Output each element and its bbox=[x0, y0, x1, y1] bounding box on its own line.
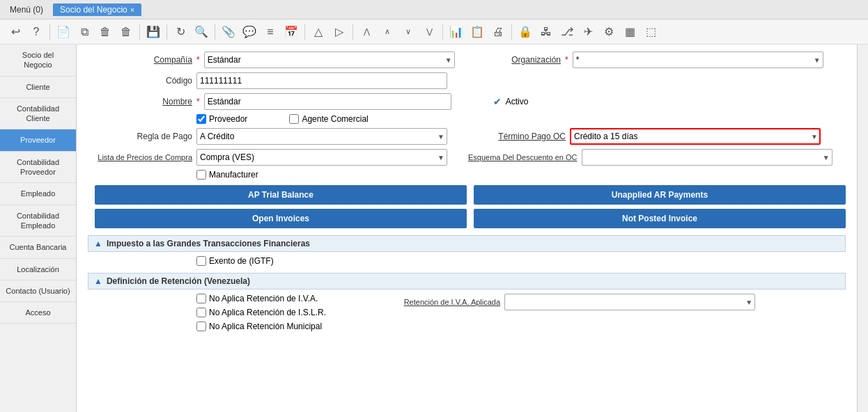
search-button[interactable]: 🔍 bbox=[192, 22, 211, 42]
igtf-collapse-icon: ▲ bbox=[94, 239, 102, 248]
attach-button[interactable]: 📎 bbox=[219, 22, 238, 42]
retencion-section-header[interactable]: ▲ Definición de Retención (Venezuela) bbox=[88, 273, 846, 290]
barcode-button[interactable]: ▦ bbox=[620, 22, 640, 42]
esquema-descuento-label: Esquema Del Descuento en OC bbox=[468, 153, 578, 161]
next-button[interactable]: ▷ bbox=[330, 22, 349, 42]
tab-socio-negocio[interactable]: Socio del Negocio × bbox=[53, 3, 141, 16]
nombre-input[interactable] bbox=[204, 93, 451, 110]
retencion-iva-aplicada-select-wrapper: ▼ bbox=[504, 294, 755, 310]
tab-label: Socio del Negocio bbox=[60, 5, 127, 15]
lock-button[interactable]: 🔒 bbox=[516, 22, 535, 42]
codigo-input[interactable]: 111111111 bbox=[196, 72, 447, 89]
nombre-label: Nombre bbox=[88, 97, 192, 106]
company-select[interactable]: Estándar bbox=[204, 52, 455, 68]
sidebar-item-localizacion[interactable]: Localización bbox=[0, 259, 76, 280]
save-button[interactable]: 💾 bbox=[144, 22, 163, 42]
company-label: Compañía bbox=[88, 55, 192, 65]
proveedor-checkbox[interactable] bbox=[196, 114, 206, 124]
nombre-required-mark: * bbox=[196, 97, 200, 106]
sidebar-item-cuenta-bancaria[interactable]: Cuenta Bancaria bbox=[0, 237, 76, 258]
delete2-button[interactable]: 🗑 bbox=[116, 22, 136, 42]
back-arrow-button[interactable]: ↩ bbox=[6, 22, 25, 42]
up-button[interactable]: ∧ bbox=[378, 22, 397, 42]
lista-precios-label: Lista de Precios de Compra bbox=[88, 153, 192, 161]
menu-0[interactable]: Menú (0) bbox=[3, 3, 50, 16]
sidebar-item-contabilidad-cliente[interactable]: Contabilidad Cliente bbox=[0, 98, 76, 130]
retencion-section-title: Definición de Retención (Venezuela) bbox=[107, 276, 250, 286]
lista-precios-select[interactable]: Compra (VES) bbox=[196, 149, 447, 166]
retencion-iva-aplicada-select[interactable] bbox=[504, 294, 755, 310]
agente-comercial-checkbox[interactable] bbox=[289, 114, 299, 124]
vertical-scrollbar[interactable] bbox=[857, 45, 868, 412]
proveedor-label: Proveedor bbox=[209, 114, 247, 124]
no-aplica-islr-checkbox[interactable] bbox=[196, 308, 206, 317]
last-button[interactable]: ⋁ bbox=[419, 22, 439, 42]
tab-close-icon[interactable]: × bbox=[130, 6, 134, 14]
workflow-button[interactable]: ⎇ bbox=[557, 22, 577, 42]
sidebar-item-contacto-usuario[interactable]: Contacto (Usuario) bbox=[0, 280, 76, 302]
no-aplica-iva-checkbox[interactable] bbox=[196, 294, 206, 303]
sidebar-item-empleado[interactable]: Empleado bbox=[0, 183, 76, 205]
send-button[interactable]: ✈ bbox=[578, 22, 598, 42]
company-select-wrapper: Estándar ▼ bbox=[204, 52, 455, 68]
toolbar: ↩ ? 📄 ⧉ 🗑 🗑 💾 ↻ 🔍 📎 💬 ≡ 📅 △ ▷ ⋀ ∧ ∨ ⋁ 📊 … bbox=[0, 19, 868, 45]
exento-igtf-checkbox[interactable] bbox=[196, 256, 206, 266]
lista-precios-select-wrapper: Compra (VES) ▼ bbox=[196, 149, 447, 166]
no-aplica-iva-wrapper: No Aplica Retención de I.V.A. bbox=[196, 294, 326, 303]
first-button[interactable]: ⋀ bbox=[357, 22, 376, 42]
open-invoices-button[interactable]: Open Invoices bbox=[95, 209, 467, 228]
settings-button[interactable]: ⚙ bbox=[599, 22, 619, 42]
print-button[interactable]: 🖨 bbox=[488, 22, 508, 42]
help-button[interactable]: ? bbox=[26, 22, 46, 42]
termino-pago-oc-select[interactable]: Crédito a 15 días bbox=[570, 128, 821, 145]
calendar-button[interactable]: 📅 bbox=[281, 22, 301, 42]
organization-label: Organización bbox=[477, 55, 561, 65]
content-area: Compañía * Estándar ▼ Organización * * bbox=[77, 45, 857, 412]
manufacturer-checkbox[interactable] bbox=[196, 170, 206, 180]
termino-pago-oc-select-wrapper: Crédito a 15 días ▼ bbox=[570, 128, 821, 145]
regla-pago-select[interactable]: A Crédito bbox=[196, 128, 447, 145]
igtf-section-header[interactable]: ▲ Impuesto a las Grandes Transacciones F… bbox=[88, 235, 846, 252]
report1-button[interactable]: 📊 bbox=[447, 22, 466, 42]
activo-label: Activo bbox=[506, 97, 529, 106]
activo-checkmark-icon: ✔ bbox=[493, 96, 502, 107]
esquema-descuento-select-wrapper: ▼ bbox=[582, 149, 832, 166]
agente-comercial-label: Agente Comercial bbox=[302, 114, 368, 124]
regla-pago-select-wrapper: A Crédito ▼ bbox=[196, 128, 447, 145]
sidebar-item-acceso[interactable]: Acceso bbox=[0, 302, 76, 324]
no-aplica-municipal-label: No Aplica Retención Municipal bbox=[209, 322, 322, 331]
ap-trial-balance-button[interactable]: AP Trial Balance bbox=[95, 185, 467, 205]
chat-button[interactable]: 💬 bbox=[240, 22, 259, 42]
down-button[interactable]: ∨ bbox=[398, 22, 418, 42]
new-button[interactable]: 📄 bbox=[54, 22, 73, 42]
company-required-mark: * bbox=[196, 55, 200, 65]
list-button[interactable]: ≡ bbox=[261, 22, 280, 42]
no-aplica-municipal-checkbox[interactable] bbox=[196, 322, 206, 331]
exento-igtf-label: Exento de (IGTF) bbox=[209, 256, 274, 266]
sidebar-item-socio-negocio[interactable]: Socio delNegocio bbox=[0, 45, 76, 77]
esquema-descuento-select[interactable] bbox=[582, 149, 832, 166]
prev-button[interactable]: △ bbox=[309, 22, 328, 42]
sidebar-item-contabilidad-empleado[interactable]: Contabilidad Empleado bbox=[0, 205, 76, 237]
organization-select[interactable]: * bbox=[573, 52, 823, 68]
sidebar-item-contabilidad-proveedor[interactable]: Contabilidad Proveedor bbox=[0, 152, 76, 184]
unapplied-ar-payments-button[interactable]: Unapplied AR Payments bbox=[474, 185, 846, 205]
menu-bar: Menú (0) Socio del Negocio × bbox=[0, 0, 868, 19]
screen-button[interactable]: 🖧 bbox=[536, 22, 556, 42]
organization-select-wrapper: * ▼ bbox=[573, 52, 823, 68]
igtf-section-title: Impuesto a las Grandes Transacciones Fin… bbox=[107, 239, 310, 248]
sidebar-item-cliente[interactable]: Cliente bbox=[0, 77, 76, 98]
report2-button[interactable]: 📋 bbox=[467, 22, 487, 42]
not-posted-invoice-button[interactable]: Not Posted Invoice bbox=[474, 209, 846, 228]
regla-pago-label: Regla de Pago bbox=[88, 132, 192, 141]
delete1-button[interactable]: 🗑 bbox=[95, 22, 115, 42]
termino-pago-oc-label: Término Pago OC bbox=[468, 132, 566, 141]
refresh-button[interactable]: ↻ bbox=[171, 22, 190, 42]
no-aplica-islr-wrapper: No Aplica Retención de I.S.L.R. bbox=[196, 308, 326, 317]
expand-button[interactable]: ⬚ bbox=[641, 22, 660, 42]
no-aplica-municipal-wrapper: No Aplica Retención Municipal bbox=[196, 322, 326, 331]
sidebar: Socio delNegocio Cliente Contabilidad Cl… bbox=[0, 45, 77, 412]
copy-button[interactable]: ⧉ bbox=[75, 22, 94, 42]
no-aplica-iva-label: No Aplica Retención de I.V.A. bbox=[209, 294, 318, 303]
sidebar-item-proveedor[interactable]: Proveedor bbox=[0, 129, 76, 151]
